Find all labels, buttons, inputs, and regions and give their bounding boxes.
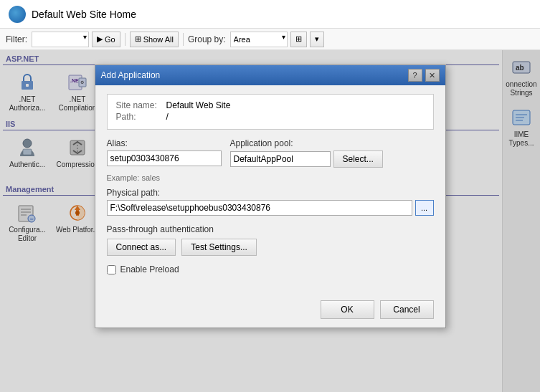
passthrough-buttons: Connect as... Test Settings...	[107, 239, 434, 256]
apppool-label: Application pool:	[230, 138, 383, 148]
test-settings-button[interactable]: Test Settings...	[181, 239, 257, 256]
physical-path-row: ...	[107, 200, 434, 216]
passthrough-label: Pass-through authentication	[107, 224, 434, 234]
go-button[interactable]: ▶ Go	[92, 32, 120, 47]
show-all-icon: ⊞	[135, 34, 141, 44]
dialog-body: Site name: Default Web Site Path: / Alia…	[95, 85, 445, 295]
grid-icon: ⊞	[295, 34, 302, 44]
path-value: /	[166, 112, 169, 122]
filter-select-wrap[interactable]	[32, 32, 89, 47]
separator	[125, 33, 125, 46]
list-icon: ▾	[315, 34, 319, 44]
cancel-button[interactable]: Cancel	[380, 300, 434, 319]
dialog-footer: OK Cancel	[95, 295, 445, 328]
group-by-dropdown[interactable]: Area	[230, 32, 288, 47]
apppool-input[interactable]	[230, 151, 331, 167]
passthrough-section: Pass-through authentication Connect as..…	[107, 224, 434, 256]
view-toggle-button[interactable]: ⊞	[290, 32, 307, 47]
separator2	[183, 33, 184, 46]
modal-overlay: Add Application ? ✕ Site name: Default	[0, 50, 540, 392]
path-row: Path: /	[116, 112, 425, 122]
group-by-select-wrap[interactable]: Area	[230, 32, 288, 47]
dialog-title-buttons: ? ✕	[408, 69, 440, 82]
dialog-close-button[interactable]: ✕	[425, 69, 440, 82]
select-button[interactable]: Select...	[333, 150, 383, 168]
physical-path-input[interactable]	[107, 200, 412, 216]
alias-group: Alias:	[107, 138, 222, 166]
physical-path-label: Physical path:	[107, 188, 434, 198]
path-label: Path:	[116, 112, 166, 122]
window-title: Default Web Site Home	[32, 9, 136, 20]
enable-preload-checkbox[interactable]	[107, 265, 116, 274]
connect-as-button[interactable]: Connect as...	[107, 239, 176, 256]
main-content: ASP.NET .NET Authoriza... .NET	[0, 50, 540, 392]
apppool-group: Application pool: Select...	[230, 138, 383, 168]
example-text: Example: sales	[107, 173, 434, 182]
site-name-value: Default Web Site	[166, 100, 231, 110]
show-all-button[interactable]: ⊞ Show All	[130, 32, 179, 47]
dialog-help-button[interactable]: ?	[408, 69, 422, 82]
browse-button[interactable]: ...	[415, 200, 434, 216]
go-icon: ▶	[97, 34, 103, 44]
ok-button[interactable]: OK	[321, 300, 374, 319]
alias-apppool-row: Alias: Application pool: Select...	[107, 138, 434, 168]
filter-dropdown[interactable]	[32, 32, 89, 47]
alias-label: Alias:	[107, 138, 222, 148]
dialog-titlebar: Add Application ? ✕	[95, 65, 445, 85]
group-by-label: Group by:	[188, 34, 226, 44]
list-view-button[interactable]: ▾	[310, 32, 324, 47]
enable-preload-label: Enable Preload	[120, 264, 179, 274]
physical-path-section: Physical path: ...	[107, 188, 434, 216]
toolbar: Filter: ▶ Go ⊞ Show All Group by: Area ⊞…	[0, 29, 540, 50]
app-icon	[9, 6, 26, 23]
filter-label: Filter:	[6, 34, 27, 44]
enable-preload-row: Enable Preload	[107, 264, 434, 274]
add-application-dialog: Add Application ? ✕ Site name: Default	[95, 64, 446, 328]
dialog-title: Add Application	[101, 70, 161, 80]
alias-input[interactable]	[107, 150, 222, 166]
site-info-section: Site name: Default Web Site Path: /	[107, 94, 434, 130]
site-name-label: Site name:	[116, 100, 166, 110]
title-bar: Default Web Site Home	[0, 0, 540, 29]
site-name-row: Site name: Default Web Site	[116, 100, 425, 110]
